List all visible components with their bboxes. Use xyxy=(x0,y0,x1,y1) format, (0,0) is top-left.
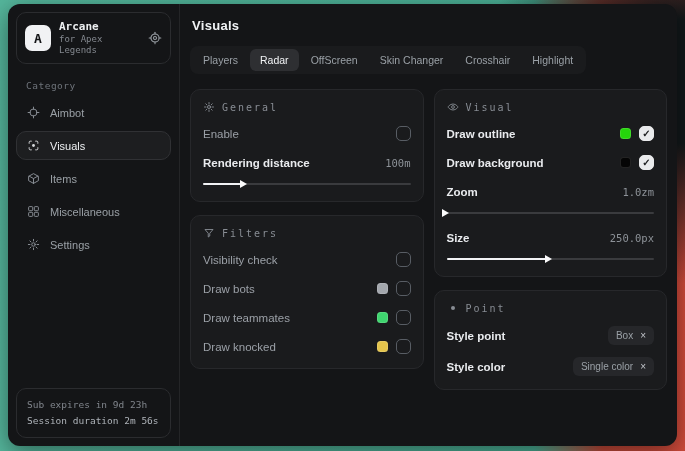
style-point-label: Style point xyxy=(447,330,506,342)
draw-teammates-row: Draw teammates ✓ xyxy=(203,309,411,326)
size-label: Size xyxy=(447,232,470,244)
style-color-row: Style color Single color × xyxy=(447,357,655,376)
point-panel-header: Point xyxy=(447,302,655,314)
draw-background-color-swatch[interactable] xyxy=(620,157,631,168)
check-icon: ✓ xyxy=(642,158,650,168)
enable-label: Enable xyxy=(203,128,239,140)
panel-title: Visual xyxy=(466,102,514,113)
main-panel: Visuals Players Radar OffScreen Skin Cha… xyxy=(180,4,677,446)
rendering-distance-slider[interactable] xyxy=(203,180,411,188)
zoom-value: 1.0zm xyxy=(622,186,654,198)
content: General Enable ✓ Rendering distance 100m xyxy=(190,89,667,390)
sidebar-category-label: Category xyxy=(26,80,179,91)
draw-knocked-row: Draw knocked ✓ xyxy=(203,338,411,355)
sidebar-item-label: Settings xyxy=(50,239,90,251)
grid-icon xyxy=(27,205,40,218)
visibility-check-checkbox[interactable]: ✓ xyxy=(396,252,411,267)
slider-track xyxy=(447,212,655,214)
slider-thumb[interactable] xyxy=(442,209,449,217)
style-point-value: Box xyxy=(616,330,633,341)
enable-checkbox[interactable]: ✓ xyxy=(396,126,411,141)
sidebar-item-miscellaneous[interactable]: Miscellaneous xyxy=(16,197,171,226)
brand-text: Arcane for Apex Legends xyxy=(59,20,140,56)
sidebar-item-label: Visuals xyxy=(50,140,85,152)
brand-name: Arcane xyxy=(59,20,140,34)
draw-outline-checkbox[interactable]: ✓ xyxy=(639,126,654,141)
rendering-distance-row: Rendering distance 100m xyxy=(203,154,411,171)
draw-teammates-checkbox[interactable]: ✓ xyxy=(396,310,411,325)
sidebar: A Arcane for Apex Legends Category xyxy=(8,4,180,446)
draw-teammates-label: Draw teammates xyxy=(203,312,290,324)
size-row: Size 250.0px xyxy=(447,229,655,246)
style-point-select[interactable]: Box × xyxy=(608,326,654,345)
slider-fill xyxy=(203,183,245,185)
draw-knocked-checkbox[interactable]: ✓ xyxy=(396,339,411,354)
panel-title: Point xyxy=(466,303,506,314)
tab-skin-changer[interactable]: Skin Changer xyxy=(370,49,454,71)
style-point-row: Style point Box × xyxy=(447,326,655,345)
draw-bots-color-swatch[interactable] xyxy=(377,283,388,294)
sidebar-item-visuals[interactable]: Visuals xyxy=(16,131,171,160)
zoom-label: Zoom xyxy=(447,186,478,198)
draw-bots-checkbox[interactable]: ✓ xyxy=(396,281,411,296)
zoom-slider[interactable] xyxy=(447,209,655,217)
sun-icon xyxy=(203,101,215,113)
general-panel-header: General xyxy=(203,101,411,113)
remove-icon[interactable]: × xyxy=(640,331,646,341)
slider-track xyxy=(203,183,411,185)
draw-teammates-color-swatch[interactable] xyxy=(377,312,388,323)
rendering-distance-label: Rendering distance xyxy=(203,157,310,169)
enable-row: Enable ✓ xyxy=(203,125,411,142)
size-value: 250.0px xyxy=(610,232,654,244)
eye-icon xyxy=(447,101,459,113)
visual-panel-header: Visual xyxy=(447,101,655,113)
right-column: Visual Draw outline ✓ Draw background xyxy=(434,89,668,390)
sidebar-item-items[interactable]: Items xyxy=(16,164,171,193)
filters-panel: Filters Visibility check ✓ Draw bots xyxy=(190,215,424,369)
sidebar-item-aimbot[interactable]: Aimbot xyxy=(16,98,171,127)
tab-players[interactable]: Players xyxy=(193,49,248,71)
style-color-select[interactable]: Single color × xyxy=(573,357,654,376)
filters-panel-header: Filters xyxy=(203,227,411,239)
cube-icon xyxy=(27,172,40,185)
general-panel: General Enable ✓ Rendering distance 100m xyxy=(190,89,424,202)
tab-crosshair[interactable]: Crosshair xyxy=(455,49,520,71)
draw-knocked-color-swatch[interactable] xyxy=(377,341,388,352)
visibility-check-label: Visibility check xyxy=(203,254,278,266)
draw-bots-row: Draw bots ✓ xyxy=(203,280,411,297)
draw-background-checkbox[interactable]: ✓ xyxy=(639,155,654,170)
sidebar-item-label: Aimbot xyxy=(50,107,84,119)
style-color-value: Single color xyxy=(581,361,633,372)
size-slider[interactable] xyxy=(447,255,655,263)
page-title: Visuals xyxy=(192,18,667,33)
tabbar: Players Radar OffScreen Skin Changer Cro… xyxy=(190,46,586,74)
session-duration-text: Session duration 2m 56s xyxy=(27,413,160,429)
draw-outline-row: Draw outline ✓ xyxy=(447,125,655,142)
draw-outline-color-swatch[interactable] xyxy=(620,128,631,139)
draw-bots-label: Draw bots xyxy=(203,283,255,295)
style-color-label: Style color xyxy=(447,361,506,373)
sidebar-item-settings[interactable]: Settings xyxy=(16,230,171,259)
panel-title: General xyxy=(222,102,278,113)
slider-thumb[interactable] xyxy=(240,180,247,188)
slider-thumb[interactable] xyxy=(545,255,552,263)
check-icon: ✓ xyxy=(642,129,650,139)
tab-highlight[interactable]: Highlight xyxy=(522,49,583,71)
visual-panel: Visual Draw outline ✓ Draw background xyxy=(434,89,668,277)
brand-card: A Arcane for Apex Legends xyxy=(16,12,171,64)
brand-subtitle: for Apex Legends xyxy=(59,34,140,57)
draw-knocked-label: Draw knocked xyxy=(203,341,276,353)
target-icon[interactable] xyxy=(148,31,162,45)
app-logo: A xyxy=(25,25,51,51)
visibility-check-row: Visibility check ✓ xyxy=(203,251,411,268)
draw-background-row: Draw background ✓ xyxy=(447,154,655,171)
subscription-info: Sub expires in 9d 23h Session duration 2… xyxy=(16,388,171,438)
remove-icon[interactable]: × xyxy=(640,362,646,372)
tab-offscreen[interactable]: OffScreen xyxy=(301,49,368,71)
crosshair-icon xyxy=(27,106,40,119)
slider-fill xyxy=(447,258,551,260)
draw-background-label: Draw background xyxy=(447,157,544,169)
tab-radar[interactable]: Radar xyxy=(250,49,299,71)
sidebar-item-label: Items xyxy=(50,173,77,185)
scan-eye-icon xyxy=(27,139,40,152)
